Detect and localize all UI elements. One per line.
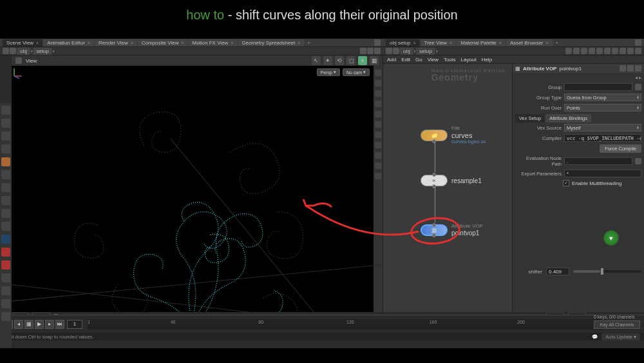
- tool-button[interactable]: [1, 222, 10, 231]
- vp-tool-icon[interactable]: ✦: [323, 56, 332, 65]
- net-icon[interactable]: [612, 48, 618, 54]
- menu-edit[interactable]: Edit: [401, 57, 410, 63]
- close-icon[interactable]: ×: [499, 41, 502, 45]
- tool-button[interactable]: [1, 286, 10, 295]
- net-icon[interactable]: [596, 48, 603, 54]
- group-picker-icon[interactable]: [635, 84, 641, 90]
- tab-motionfx-view[interactable]: Motion FX View×: [189, 39, 238, 46]
- menu-add[interactable]: Add: [387, 57, 396, 63]
- close-icon[interactable]: ×: [36, 41, 39, 45]
- tool-button[interactable]: [1, 170, 10, 179]
- pin-icon[interactable]: [386, 48, 392, 54]
- gear-icon[interactable]: [620, 65, 626, 72]
- tab-obj-setup[interactable]: obj setup×: [386, 39, 420, 46]
- last-frame-button[interactable]: ⏭: [55, 320, 64, 329]
- play-back-button[interactable]: ▦: [24, 320, 33, 329]
- crumb-obj[interactable]: obj: [17, 48, 30, 55]
- shifter-slider[interactable]: [573, 270, 641, 273]
- group-field[interactable]: [564, 83, 632, 91]
- tab-geo-spreadsheet[interactable]: Geometry Spreadsheet×: [238, 39, 304, 46]
- viewport-3d[interactable]: Persp▾ No cam▾: [12, 66, 383, 333]
- menu-view[interactable]: View: [428, 57, 439, 63]
- crumb-setup[interactable]: setup: [33, 48, 52, 55]
- nav-prev-icon[interactable]: ◂: [635, 75, 638, 81]
- tool-button[interactable]: [1, 248, 10, 257]
- tool-button[interactable]: [1, 157, 10, 166]
- vp-tool-icon[interactable]: ↖: [312, 56, 321, 65]
- toolbar-icon[interactable]: [367, 48, 374, 54]
- tool-button[interactable]: [1, 312, 10, 321]
- close-icon[interactable]: ×: [546, 41, 549, 45]
- toolbar-icon[interactable]: [374, 48, 381, 54]
- tab-anim-editor[interactable]: Animation Editor×: [43, 39, 94, 46]
- info-icon[interactable]: [635, 65, 641, 72]
- export-field[interactable]: *: [564, 170, 641, 177]
- vp-tool-icon[interactable]: ⟲: [335, 56, 344, 65]
- tool-button[interactable]: [1, 273, 10, 282]
- run-over-select[interactable]: Points▴▾: [564, 104, 641, 112]
- view-menu-icon[interactable]: [15, 57, 22, 64]
- pane-menu-icon[interactable]: [635, 39, 641, 46]
- net-icon[interactable]: [573, 48, 580, 54]
- next-frame-button[interactable]: ▸: [45, 320, 54, 329]
- key-all-button[interactable]: Key All Channels: [594, 320, 640, 329]
- pin-icon[interactable]: [3, 48, 9, 54]
- tool-button[interactable]: [1, 106, 10, 115]
- menu-help[interactable]: Help: [482, 57, 492, 63]
- tab-render-view[interactable]: Render View×: [95, 39, 137, 46]
- tab-material-palette[interactable]: Material Palette×: [457, 39, 506, 46]
- close-icon[interactable]: ×: [298, 41, 300, 45]
- tab-attr-bindings[interactable]: Attribute Bindings: [545, 114, 591, 123]
- display-toggle-icon[interactable]: ●: [358, 56, 367, 65]
- close-icon[interactable]: ×: [131, 41, 133, 45]
- current-frame-field[interactable]: 1: [67, 320, 82, 329]
- net-icon[interactable]: [589, 48, 595, 54]
- vex-source-select[interactable]: Myself▴▾: [564, 124, 641, 132]
- toolbar-icon[interactable]: [360, 48, 366, 54]
- tool-button[interactable]: [1, 132, 10, 141]
- tool-button[interactable]: [1, 235, 10, 244]
- close-icon[interactable]: ×: [413, 41, 415, 45]
- timeline-track[interactable]: 1 40 80 120 160 200 240: [88, 319, 605, 329]
- play-button[interactable]: ▶: [35, 320, 44, 329]
- net-icon[interactable]: [635, 48, 641, 54]
- add-tab-button[interactable]: +: [305, 39, 313, 46]
- nav-icon[interactable]: [10, 48, 16, 54]
- eval-path-field[interactable]: .: [564, 157, 632, 165]
- net-icon[interactable]: [581, 48, 587, 54]
- tab-scene-view[interactable]: Scene View×: [3, 39, 43, 46]
- menu-layout[interactable]: Layout: [461, 57, 477, 63]
- net-icon[interactable]: [604, 48, 611, 54]
- node-resample[interactable]: ≈ resample1: [421, 175, 482, 186]
- close-icon[interactable]: ×: [231, 41, 233, 45]
- tab-asset-browser[interactable]: Asset Browser×: [506, 39, 553, 46]
- node-file[interactable]: 📁 File curves curves.bgeo.sc: [421, 126, 486, 145]
- update-mode-select[interactable]: Auto Update ▾: [601, 333, 640, 340]
- menu-go[interactable]: Go: [415, 57, 422, 63]
- multithread-checkbox[interactable]: ✓: [563, 180, 569, 186]
- tool-button[interactable]: [1, 119, 10, 128]
- close-icon[interactable]: ×: [181, 41, 184, 45]
- tab-tree-view[interactable]: Tree View×: [421, 39, 457, 46]
- group-type-select[interactable]: Guess from Group▴▾: [564, 93, 641, 101]
- tab-composite-view[interactable]: Composite View×: [138, 39, 188, 46]
- tool-button[interactable]: [1, 196, 10, 205]
- close-icon[interactable]: ×: [88, 41, 90, 45]
- nav-icon[interactable]: [393, 48, 399, 54]
- close-icon[interactable]: ×: [450, 41, 452, 45]
- prev-frame-button[interactable]: ◂: [14, 320, 23, 329]
- add-tab-button[interactable]: +: [553, 39, 562, 46]
- shifter-value-field[interactable]: 0.409: [546, 268, 569, 275]
- vp-tool-icon[interactable]: ◻: [346, 56, 355, 65]
- force-compile-button[interactable]: Force Compile: [600, 144, 641, 153]
- tab-vex-setup[interactable]: Vex Setup: [515, 114, 545, 123]
- help-icon[interactable]: [627, 65, 634, 72]
- net-icon[interactable]: [620, 48, 626, 54]
- tool-button[interactable]: [1, 209, 10, 218]
- pane-menu-icon[interactable]: [374, 39, 381, 46]
- crumb-setup[interactable]: setup: [416, 48, 435, 55]
- menu-tools[interactable]: Tools: [444, 57, 456, 63]
- crumb-obj[interactable]: obj: [400, 48, 413, 55]
- net-icon[interactable]: [565, 48, 572, 54]
- vp-tool-icon[interactable]: ▦: [370, 56, 379, 65]
